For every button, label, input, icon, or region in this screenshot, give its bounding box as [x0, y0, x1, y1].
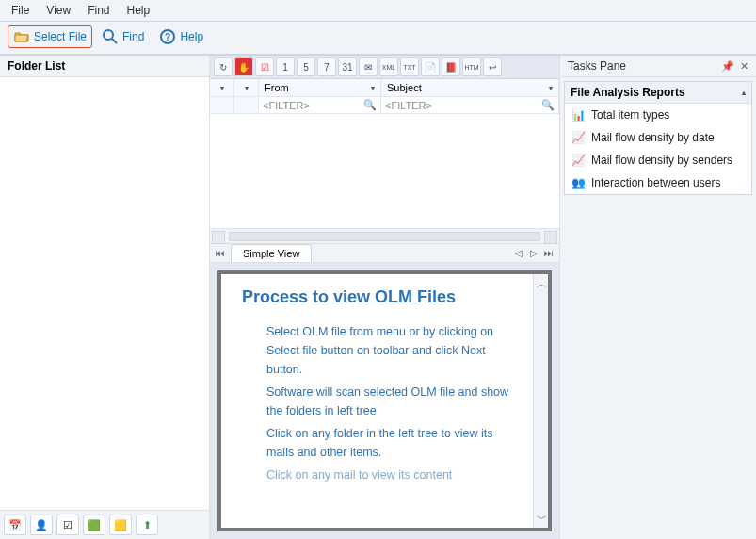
report-mail-flow-date[interactable]: 📈 Mail flow density by date [565, 126, 751, 149]
col-from-label: From [265, 82, 289, 93]
menu-view[interactable]: View [46, 4, 71, 17]
mail-icon[interactable]: ✉ [359, 57, 378, 76]
folder-list-header: Folder List [0, 56, 209, 77]
workspace: Folder List 📅 👤 ☑ 🟩 🟨 ⬆ ↻ ✋ ☑ 1 5 7 31 ✉… [0, 55, 756, 539]
help-button[interactable]: ? Help [153, 25, 209, 48]
filter-cell [210, 97, 234, 113]
svg-line-1 [112, 39, 117, 43]
col-flag[interactable]: ▾ [210, 79, 234, 96]
search-icon: 🔍 [363, 99, 377, 111]
scroll-up-icon[interactable]: ︿ [536, 276, 547, 291]
refresh-icon[interactable]: ↻ [214, 57, 233, 76]
preview-frame: Process to view OLM Files Select OLM fil… [217, 270, 552, 531]
menu-find[interactable]: Find [88, 4, 109, 17]
find-button[interactable]: Find [96, 25, 150, 48]
tab-tasks[interactable]: ☑ [56, 514, 79, 535]
folder-open-icon [13, 28, 30, 45]
pdf-icon[interactable]: 📕 [442, 57, 460, 76]
pin-icon[interactable]: 📌 [721, 60, 734, 73]
arrow-up-icon: ⬆ [138, 516, 155, 533]
col-from-header[interactable]: From▾ [259, 79, 381, 96]
calendar-chart-icon: 📈 [571, 130, 586, 145]
dropdown-icon: ▾ [549, 84, 553, 92]
tasks-pane: Tasks Pane 📌 ✕ File Analysis Reports ▴ 📊… [559, 56, 756, 539]
reports-section-label: File Analysis Reports [571, 86, 685, 99]
tab-last-icon[interactable]: ⏭ [542, 245, 555, 262]
stop-icon[interactable]: ✋ [234, 57, 253, 76]
menu-help[interactable]: Help [126, 4, 150, 17]
tasks-pane-title: Tasks Pane [568, 59, 626, 73]
report-label: Mail flow density by senders [591, 154, 732, 167]
preview-vscrollbar[interactable]: ︿ ﹀ [533, 274, 548, 528]
note-yellow-icon: 🟨 [112, 516, 129, 533]
txt-icon[interactable]: TXT [400, 57, 419, 76]
center-pane: ↻ ✋ ☑ 1 5 7 31 ✉ XML TXT 📄 📕 HTM ↩ ▾ ▾ F… [210, 56, 559, 539]
preview-title: Process to view OLM Files [242, 287, 512, 307]
collapse-icon: ▴ [742, 89, 746, 97]
help-icon: ? [159, 28, 176, 45]
category-tabs: 📅 👤 ☑ 🟩 🟨 ⬆ [0, 510, 209, 539]
filter-placeholder: <FILTER> [385, 100, 432, 111]
col-subject-header[interactable]: Subject▾ [381, 79, 559, 96]
filter-5-icon[interactable]: 5 [297, 57, 315, 76]
reports-box: File Analysis Reports ▴ 📊 Total item typ… [564, 81, 752, 195]
tab-next-icon[interactable]: ▷ [527, 245, 540, 262]
find-label: Find [122, 30, 144, 43]
scroll-down-icon[interactable]: ﹀ [536, 511, 547, 526]
mail-grid: ▾ ▾ From▾ Subject▾ <FILTER>🔍 <FILTER>🔍 [210, 79, 559, 244]
preview-tabs: ⏮ Simple View ◁ ▷ ⏭ [210, 244, 559, 263]
folder-list-pane: Folder List 📅 👤 ☑ 🟩 🟨 ⬆ [0, 56, 210, 539]
preview-para: Select OLM file from menu or by clicking… [266, 322, 512, 379]
svg-point-0 [104, 30, 113, 40]
filter-toolbar: ↻ ✋ ☑ 1 5 7 31 ✉ XML TXT 📄 📕 HTM ↩ [210, 56, 559, 79]
doc-icon[interactable]: 📄 [421, 57, 440, 76]
menu-file[interactable]: File [11, 4, 29, 17]
tab-prev-icon[interactable]: ◁ [512, 245, 525, 262]
tab-first-icon[interactable]: ⏮ [214, 245, 227, 262]
filter-7-icon[interactable]: 7 [317, 57, 336, 76]
note-green-icon: 🟩 [86, 516, 103, 533]
grid-rows[interactable] [210, 114, 559, 228]
filter-1-icon[interactable]: 1 [276, 57, 295, 76]
filter-from-input[interactable]: <FILTER>🔍 [259, 97, 381, 113]
select-file-label: Select File [34, 30, 87, 43]
search-icon: 🔍 [541, 99, 555, 111]
preview-para: Click on any folder in the left tree to … [266, 424, 512, 462]
tab-notes-green[interactable]: 🟩 [83, 514, 105, 535]
html-icon[interactable]: HTM [462, 57, 481, 76]
reports-section-header[interactable]: File Analysis Reports ▴ [565, 82, 751, 104]
report-label: Interaction between users [591, 176, 720, 189]
svg-text:?: ? [165, 32, 170, 42]
main-toolbar: Select File Find ? Help [0, 22, 756, 55]
filter-subject-input[interactable]: <FILTER>🔍 [381, 97, 559, 113]
filter-placeholder: <FILTER> [263, 100, 310, 111]
col-attachment[interactable]: ▾ [234, 79, 259, 96]
report-mail-flow-senders[interactable]: 📈 Mail flow density by senders [565, 149, 751, 172]
dropdown-icon: ▾ [245, 84, 249, 92]
xml-icon[interactable]: XML [379, 57, 398, 76]
help-label: Help [180, 30, 203, 43]
chart-icon: 📊 [571, 107, 586, 122]
tab-upload[interactable]: ⬆ [136, 514, 158, 535]
tasks-icon: ☑ [59, 516, 76, 533]
close-icon[interactable]: ✕ [740, 60, 748, 73]
tab-simple-view[interactable]: Simple View [231, 244, 312, 262]
tab-calendar[interactable]: 📅 [4, 514, 26, 535]
tab-contacts[interactable]: 👤 [30, 514, 53, 535]
tab-notes-yellow[interactable]: 🟨 [109, 514, 132, 535]
report-interaction-users[interactable]: 👥 Interaction between users [565, 172, 751, 194]
preview-para: Software will scan selected OLM file and… [266, 383, 512, 420]
attach-icon[interactable]: ↩ [483, 57, 502, 76]
folder-tree[interactable] [0, 77, 209, 510]
report-total-item-types[interactable]: 📊 Total item types [565, 104, 751, 126]
select-file-button[interactable]: Select File [8, 25, 92, 48]
contact-icon: 👤 [33, 516, 50, 533]
checkbox-icon[interactable]: ☑ [255, 57, 274, 76]
filter-cell [234, 97, 259, 113]
grid-hscrollbar[interactable] [210, 228, 559, 243]
scrollbar-thumb[interactable] [229, 232, 540, 241]
col-subject-label: Subject [387, 82, 422, 93]
magnifier-icon [102, 28, 119, 45]
filter-31-icon[interactable]: 31 [338, 57, 357, 76]
grid-header: ▾ ▾ From▾ Subject▾ [210, 79, 559, 97]
